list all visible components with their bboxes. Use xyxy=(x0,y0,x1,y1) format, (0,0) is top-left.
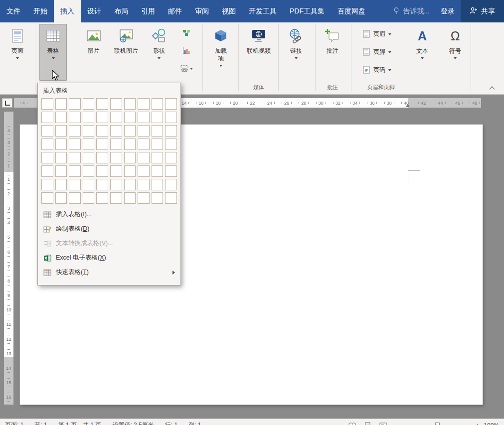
table-size-cell[interactable] xyxy=(110,98,122,110)
status-item[interactable]: 节: 1 xyxy=(34,421,47,425)
table-size-cell[interactable] xyxy=(55,125,67,137)
table-size-cell[interactable] xyxy=(165,192,177,204)
collapse-ribbon-button[interactable] xyxy=(488,84,497,92)
table-size-cell[interactable] xyxy=(152,112,164,123)
tab-stop-selector[interactable] xyxy=(2,98,12,108)
table-size-cell[interactable] xyxy=(69,179,81,190)
zoom-in-button[interactable]: + xyxy=(476,422,480,425)
table-size-cell[interactable] xyxy=(152,165,164,177)
table-size-cell[interactable] xyxy=(69,165,81,177)
table-size-cell[interactable] xyxy=(165,125,177,137)
status-item[interactable]: 第 1 页，共 1 页 xyxy=(58,421,102,425)
table-size-cell[interactable] xyxy=(124,139,136,150)
table-size-cell[interactable] xyxy=(69,98,81,110)
table-size-cell[interactable] xyxy=(138,152,150,163)
pages-button[interactable]: 页面 xyxy=(4,24,31,81)
tab-mailings[interactable]: 邮件 xyxy=(162,0,188,22)
table-size-cell[interactable] xyxy=(69,112,81,123)
sign-in-button[interactable]: 登录 xyxy=(435,0,461,22)
footer-button[interactable]: 页脚 xyxy=(360,45,403,59)
right-indent-marker[interactable] xyxy=(406,104,410,107)
header-button[interactable]: 页眉 xyxy=(360,27,403,41)
table-size-cell[interactable] xyxy=(138,192,150,204)
table-size-cell[interactable] xyxy=(55,98,67,110)
table-size-cell[interactable] xyxy=(83,179,95,190)
read-mode-button[interactable] xyxy=(348,422,356,425)
table-size-cell[interactable] xyxy=(41,98,53,110)
addins-button[interactable]: 加载项 xyxy=(207,24,234,81)
zoom-slider[interactable] xyxy=(406,422,471,425)
table-size-cell[interactable] xyxy=(110,152,122,163)
table-size-cell[interactable] xyxy=(110,112,122,123)
tell-me-box[interactable]: 告诉我... xyxy=(388,0,435,22)
table-size-cell[interactable] xyxy=(152,179,164,190)
table-size-cell[interactable] xyxy=(96,179,108,190)
quick-tables-menuitem[interactable]: 快速表格(T) xyxy=(38,265,180,280)
table-size-cell[interactable] xyxy=(55,179,67,190)
table-size-cell[interactable] xyxy=(55,139,67,150)
table-size-cell[interactable] xyxy=(69,152,81,163)
status-item[interactable]: 行: 1 xyxy=(165,421,177,425)
table-size-cell[interactable] xyxy=(96,152,108,163)
table-size-cell[interactable] xyxy=(41,192,53,204)
symbol-button[interactable]: Ω 符号 xyxy=(442,24,469,81)
table-size-cell[interactable] xyxy=(165,179,177,190)
zoom-level[interactable]: 100% xyxy=(484,422,499,425)
tab-baidu-netdisk[interactable]: 百度网盘 xyxy=(331,0,372,22)
comment-button[interactable]: 批注 xyxy=(319,24,346,81)
tab-view[interactable]: 视图 xyxy=(215,0,242,22)
table-size-cell[interactable] xyxy=(110,125,122,137)
table-size-cell[interactable] xyxy=(138,179,150,190)
table-size-cell[interactable] xyxy=(124,112,136,123)
table-size-cell[interactable] xyxy=(124,165,136,177)
tab-review[interactable]: 审阅 xyxy=(188,0,215,22)
status-item[interactable]: 页面: 1 xyxy=(5,421,23,425)
table-size-cell[interactable] xyxy=(138,125,150,137)
table-size-cell[interactable] xyxy=(124,179,136,190)
table-size-cell[interactable] xyxy=(110,139,122,150)
picture-button[interactable]: 图片 xyxy=(80,24,107,81)
table-size-cell[interactable] xyxy=(124,152,136,163)
table-size-cell[interactable] xyxy=(152,152,164,163)
table-size-cell[interactable] xyxy=(96,98,108,110)
smartart-button[interactable] xyxy=(176,25,196,41)
table-size-cell[interactable] xyxy=(55,152,67,163)
screenshot-button[interactable] xyxy=(176,61,196,77)
table-size-cell[interactable] xyxy=(83,152,95,163)
status-item[interactable]: 列: 1 xyxy=(188,421,201,425)
table-size-cell[interactable] xyxy=(124,98,136,110)
table-size-cell[interactable] xyxy=(138,165,150,177)
table-size-cell[interactable] xyxy=(83,125,95,137)
chart-button[interactable] xyxy=(176,43,196,59)
table-size-cell[interactable] xyxy=(152,98,164,110)
tab-file[interactable]: 文件 xyxy=(0,0,27,22)
table-size-cell[interactable] xyxy=(41,179,53,190)
table-size-cell[interactable] xyxy=(165,165,177,177)
table-size-cell[interactable] xyxy=(41,139,53,150)
table-size-cell[interactable] xyxy=(96,192,108,204)
excel-spreadsheet-menuitem[interactable]: Excel 电子表格(X) xyxy=(38,251,180,265)
table-size-cell[interactable] xyxy=(124,125,136,137)
online-video-button[interactable]: 联机视频 xyxy=(243,24,275,81)
table-size-cell[interactable] xyxy=(83,165,95,177)
online-pictures-button[interactable]: 联机图片 xyxy=(110,24,142,81)
table-size-cell[interactable] xyxy=(69,125,81,137)
table-size-cell[interactable] xyxy=(124,192,136,204)
table-size-cell[interactable] xyxy=(41,125,53,137)
table-size-cell[interactable] xyxy=(83,98,95,110)
table-size-cell[interactable] xyxy=(138,112,150,123)
insert-table-menuitem[interactable]: 插入表格(I)... xyxy=(38,207,180,222)
table-size-cell[interactable] xyxy=(83,192,95,204)
table-size-cell[interactable] xyxy=(110,192,122,204)
tab-design[interactable]: 设计 xyxy=(81,0,108,22)
table-size-cell[interactable] xyxy=(165,98,177,110)
status-item[interactable]: 设置值: 2.5厘米 xyxy=(112,421,154,425)
tab-insert[interactable]: 插入 xyxy=(54,0,81,22)
text-button[interactable]: A 文本 xyxy=(409,24,436,81)
table-size-cell[interactable] xyxy=(83,139,95,150)
table-size-cell[interactable] xyxy=(41,112,53,123)
web-layout-button[interactable] xyxy=(379,422,387,425)
page-number-button[interactable]: # 页码 xyxy=(360,63,403,77)
table-size-cell[interactable] xyxy=(55,112,67,123)
zoom-thumb[interactable] xyxy=(435,423,440,425)
